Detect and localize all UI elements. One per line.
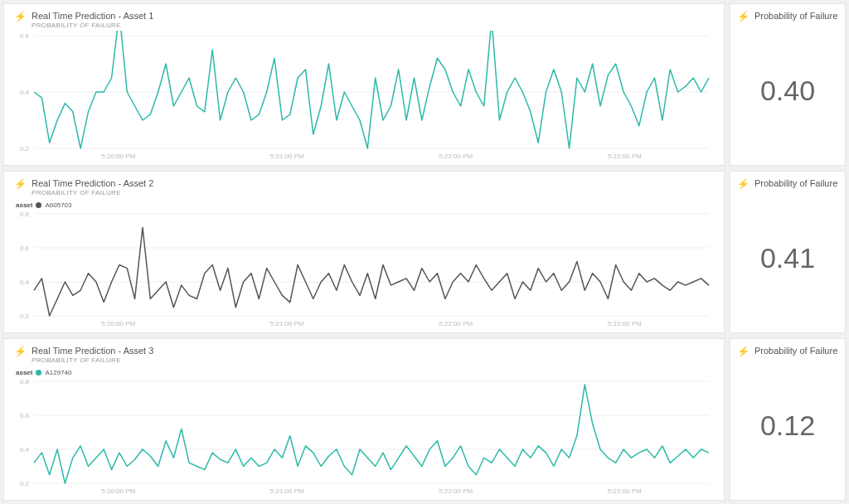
svg-text:0.2: 0.2 [20,313,30,320]
lightning-icon: ⚡ [14,179,27,189]
legend: asset A605703 [16,201,714,209]
panel-header: ⚡ Probability of Failure [737,346,837,356]
chart-subtitle: PROBABILITY OF FAILURE [32,22,153,29]
lightning-icon: ⚡ [14,12,27,22]
svg-text:5:20:00 PM: 5:20:00 PM [101,487,135,495]
svg-text:0.2: 0.2 [20,145,30,153]
svg-text:5:23:00 PM: 5:23:00 PM [608,487,642,495]
svg-text:0.4: 0.4 [20,279,30,286]
svg-text:0.8: 0.8 [20,378,30,385]
line-chart[interactable]: 0.20.40.60.85:20:00 PM5:21:00 PM5:22:00 … [14,209,714,329]
legend-key: asset [16,201,32,209]
svg-text:0.8: 0.8 [20,211,30,218]
svg-text:5:21:00 PM: 5:21:00 PM [270,320,304,327]
svg-text:5:21:00 PM: 5:21:00 PM [270,153,304,160]
panel-header: ⚡ Probability of Failure [737,11,837,22]
svg-text:5:22:00 PM: 5:22:00 PM [439,320,473,327]
legend-label: A605703 [45,201,71,209]
svg-text:5:22:00 PM: 5:22:00 PM [439,487,473,495]
svg-text:0.4: 0.4 [20,89,30,96]
svg-text:5:20:00 PM: 5:20:00 PM [101,153,135,160]
value-panel-asset-1[interactable]: ⚡ Probability of Failure 0.40 [730,3,846,166]
lightning-icon: ⚡ [737,12,750,22]
panel-header: ⚡ Real Time Prediction - Asset 1 PROBABI… [14,11,714,29]
svg-text:5:20:00 PM: 5:20:00 PM [101,320,135,327]
value-panel-asset-3[interactable]: ⚡ Probability of Failure 0.12 [730,338,846,501]
svg-text:5:23:00 PM: 5:23:00 PM [608,320,642,327]
svg-text:5:23:00 PM: 5:23:00 PM [608,153,642,160]
line-chart[interactable]: 0.20.40.65:20:00 PM5:21:00 PM5:22:00 PM5… [14,31,714,162]
value-panel-asset-2[interactable]: ⚡ Probability of Failure 0.41 [730,171,846,333]
panel-header: ⚡ Probability of Failure [737,178,837,189]
probability-value: 0.41 [760,242,815,274]
chart-panel-asset-3[interactable]: ⚡ Real Time Prediction - Asset 3 PROBABI… [3,338,725,501]
chart-title: Real Time Prediction - Asset 1 [32,11,153,21]
row-asset-2: ⚡ Real Time Prediction - Asset 2 PROBABI… [3,171,846,333]
legend-dot-icon [36,370,41,376]
row-asset-3: ⚡ Real Time Prediction - Asset 3 PROBABI… [3,338,846,501]
legend-label: A129740 [45,369,71,376]
value-title: Probability of Failure [754,11,837,21]
chart-title: Real Time Prediction - Asset 2 [32,178,153,188]
legend-key: asset [16,369,32,376]
dashboard: ⚡ Real Time Prediction - Asset 1 PROBABI… [0,0,849,504]
legend: asset A129740 [16,369,714,376]
chart-subtitle: PROBABILITY OF FAILURE [32,189,153,196]
svg-text:5:21:00 PM: 5:21:00 PM [270,487,304,495]
chart-panel-asset-1[interactable]: ⚡ Real Time Prediction - Asset 1 PROBABI… [3,3,725,166]
line-chart[interactable]: 0.20.40.60.85:20:00 PM5:21:00 PM5:22:00 … [14,376,714,497]
svg-text:5:22:00 PM: 5:22:00 PM [439,153,473,160]
svg-text:0.6: 0.6 [20,32,30,40]
probability-value: 0.40 [760,75,815,107]
svg-text:0.6: 0.6 [20,412,30,419]
chart-title: Real Time Prediction - Asset 3 [32,346,153,356]
value-title: Probability of Failure [754,178,837,188]
row-asset-1: ⚡ Real Time Prediction - Asset 1 PROBABI… [3,3,846,166]
svg-text:0.2: 0.2 [20,480,30,487]
chart-subtitle: PROBABILITY OF FAILURE [32,356,153,364]
svg-text:0.6: 0.6 [20,245,30,252]
probability-value: 0.12 [760,410,815,442]
panel-header: ⚡ Real Time Prediction - Asset 3 PROBABI… [14,346,714,364]
lightning-icon: ⚡ [14,346,27,356]
lightning-icon: ⚡ [737,179,750,189]
chart-panel-asset-2[interactable]: ⚡ Real Time Prediction - Asset 2 PROBABI… [3,171,725,333]
legend-dot-icon [36,202,41,208]
svg-text:0.4: 0.4 [20,446,30,453]
lightning-icon: ⚡ [737,346,750,356]
panel-header: ⚡ Real Time Prediction - Asset 2 PROBABI… [14,178,714,196]
value-title: Probability of Failure [754,346,837,356]
